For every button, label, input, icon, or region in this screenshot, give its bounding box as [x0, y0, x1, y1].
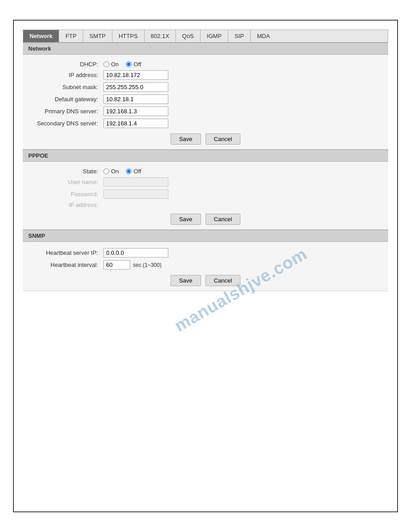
secondary-dns-label: Secondary DNS server: [32, 120, 103, 127]
hb-server-row: Heartbeat server IP: [32, 248, 379, 257]
dhcp-on-label: On [111, 61, 119, 68]
tab-https[interactable]: HTTPS [112, 30, 145, 42]
pppoe-state-row: State: On Off [32, 168, 379, 175]
pppoe-off-radio[interactable] [126, 168, 132, 174]
dhcp-off-label: Off [133, 61, 141, 68]
hb-interval-label: Heartbeat interval: [32, 262, 103, 268]
primary-dns-input[interactable] [103, 107, 168, 116]
gateway-input[interactable] [103, 94, 168, 104]
network-section-header: Network [23, 43, 388, 55]
pppoe-off-label: Off [133, 168, 141, 175]
snmp-section-header: SNMP [23, 230, 388, 242]
dhcp-on-option[interactable]: On [103, 61, 119, 68]
pppoe-save-button[interactable]: Save [171, 214, 201, 225]
pppoe-on-option[interactable]: On [103, 168, 119, 175]
gateway-row: Default gateway: [32, 94, 379, 104]
dhcp-on-radio[interactable] [103, 61, 109, 67]
snmp-save-button[interactable]: Save [171, 275, 201, 286]
pppoe-off-option[interactable]: Off [126, 168, 141, 175]
pppoe-on-label: On [111, 168, 119, 175]
tab-smtp[interactable]: SMTP [83, 30, 112, 42]
ip-address-row: IP address: [32, 70, 379, 80]
pppoe-password-row: Password: [32, 189, 379, 199]
network-button-row: Save Cancel [32, 133, 379, 145]
subnet-mask-label: Subnet mask: [32, 84, 103, 90]
hb-interval-input[interactable] [103, 260, 130, 270]
hb-server-input[interactable] [103, 248, 168, 257]
hb-server-label: Heartbeat server IP: [32, 249, 103, 256]
subnet-mask-row: Subnet mask: [32, 82, 379, 92]
pppoe-section-header: PPPOE [23, 150, 388, 162]
pppoe-section-body: State: On Off User name: [23, 162, 388, 230]
tab-8021x[interactable]: 802.1X [145, 30, 176, 42]
ip-address-input[interactable] [103, 70, 168, 80]
tab-network[interactable]: Network [23, 30, 59, 42]
ip-address-label: IP address: [32, 72, 103, 78]
pppoe-username-row: User name: [32, 177, 379, 187]
network-save-button[interactable]: Save [171, 133, 201, 145]
pppoe-password-input[interactable] [103, 189, 168, 199]
pppoe-on-radio[interactable] [103, 168, 109, 174]
pppoe-ip-row: IP address: [32, 202, 379, 208]
pppoe-password-label: Password: [32, 191, 103, 197]
tab-ftp[interactable]: FTP [59, 30, 83, 42]
pppoe-state-radio-group[interactable]: On Off [103, 168, 141, 175]
pppoe-button-row: Save Cancel [32, 214, 379, 225]
tab-bar: Network FTP SMTP HTTPS 802.1X QoS IGMP S… [23, 30, 388, 43]
snmp-button-row: Save Cancel [32, 275, 379, 286]
dhcp-row: DHCP: On Off [32, 61, 379, 68]
dhcp-radio-group[interactable]: On Off [103, 61, 141, 68]
primary-dns-label: Primary DNS server: [32, 108, 103, 115]
primary-dns-row: Primary DNS server: [32, 107, 379, 116]
pppoe-ip-label: IP address: [32, 202, 103, 208]
tab-sip[interactable]: SIP [228, 30, 251, 42]
snmp-cancel-button[interactable]: Cancel [206, 275, 240, 286]
hb-interval-hint: sec.(1~300) [133, 262, 162, 268]
secondary-dns-row: Secondary DNS server: [32, 119, 379, 128]
tab-qos[interactable]: QoS [176, 30, 201, 42]
pppoe-state-label: State: [32, 168, 103, 175]
pppoe-cancel-button[interactable]: Cancel [206, 214, 240, 225]
dhcp-off-option[interactable]: Off [126, 61, 141, 68]
subnet-mask-input[interactable] [103, 82, 168, 92]
network-cancel-button[interactable]: Cancel [206, 133, 240, 145]
dhcp-label: DHCP: [32, 61, 103, 68]
hb-interval-row: Heartbeat interval: sec.(1~300) [32, 260, 379, 270]
tab-mda[interactable]: MDA [251, 30, 276, 42]
gateway-label: Default gateway: [32, 96, 103, 103]
secondary-dns-input[interactable] [103, 119, 168, 128]
pppoe-username-label: User name: [32, 179, 103, 185]
dhcp-off-radio[interactable] [126, 61, 132, 67]
tab-igmp[interactable]: IGMP [201, 30, 228, 42]
pppoe-username-input[interactable] [103, 177, 168, 187]
network-section-body: DHCP: On Off IP address: [23, 55, 388, 150]
snmp-section-body: Heartbeat server IP: Heartbeat interval:… [23, 242, 388, 291]
